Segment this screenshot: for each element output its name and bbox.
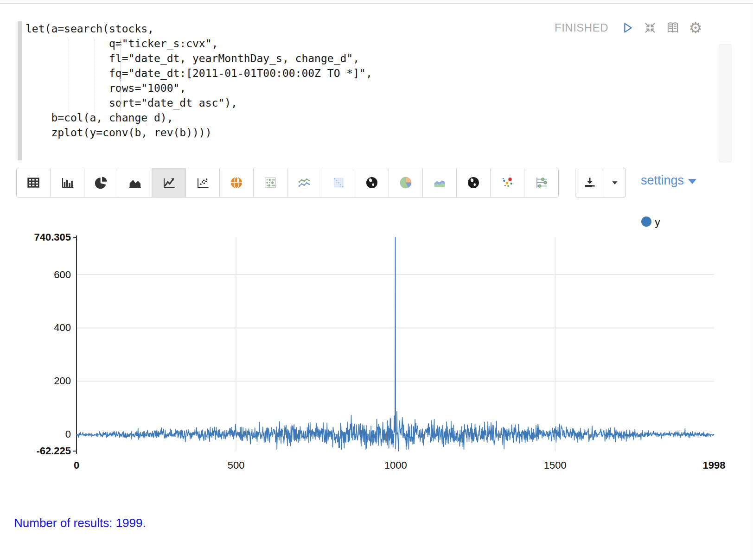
chart-type-area-pastel-button[interactable] [423, 168, 457, 197]
chart-type-line-chart-button[interactable] [152, 168, 186, 197]
chart-type-pie-chart-button[interactable] [84, 168, 118, 197]
scatter-chart-icon [195, 175, 210, 190]
pie-chart-icon [94, 175, 108, 190]
line-chart: -62.2250200400600740.3050500100015001998… [0, 209, 753, 487]
chart-canvas[interactable]: -62.2250200400600740.3050500100015001998… [0, 209, 753, 487]
chart-type-bar-chart-button[interactable] [51, 168, 84, 197]
area-pastel-icon [432, 175, 447, 190]
download-options-button[interactable] [604, 168, 625, 197]
caret-down-icon [610, 178, 620, 188]
status-badge: FINISHED [555, 21, 608, 34]
chart-type-scatter-chart-button[interactable] [186, 168, 220, 197]
chart-type-globe-black-button[interactable] [355, 168, 389, 197]
table-icon [26, 175, 41, 190]
collapse-editor-button[interactable] [643, 20, 657, 35]
editor-gutter-bar [18, 21, 22, 160]
play-icon [620, 21, 634, 35]
download-button[interactable] [575, 168, 604, 197]
chart-type-sliders-button[interactable] [524, 168, 558, 197]
chart-type-area-chart-button[interactable] [118, 168, 152, 197]
chart-type-pie-pastel-button[interactable] [389, 168, 423, 197]
globe-black-icon [466, 175, 481, 190]
svg-text:1998: 1998 [703, 459, 726, 471]
run-button[interactable] [620, 20, 635, 35]
code-editor[interactable]: let(a=search(stocks, q="ticker_s:cvx", f… [18, 19, 734, 163]
book-icon [665, 20, 680, 35]
collapse-icon [643, 21, 657, 35]
code-text[interactable]: let(a=search(stocks, q="ticker_s:cvx", f… [26, 21, 372, 140]
svg-text:200: 200 [54, 375, 71, 387]
pie-pastel-icon [398, 175, 413, 190]
svg-text:0: 0 [65, 428, 71, 440]
chart-type-multi-line-button[interactable] [287, 168, 321, 197]
show-editor-button[interactable] [665, 20, 680, 35]
line-chart-icon [161, 175, 176, 190]
chart-type-bar [16, 168, 559, 197]
sliders-icon [534, 175, 549, 190]
download-icon [583, 176, 597, 190]
indent-guide [120, 39, 121, 113]
globe-black-icon [364, 175, 379, 190]
paragraph-controls: FINISHED ⚙ [555, 20, 703, 35]
chart-type-globe-black-2-button[interactable] [457, 168, 491, 197]
editor-scrollbar[interactable] [719, 44, 732, 162]
download-button-group [575, 168, 626, 197]
chart-type-globe-orange-button[interactable] [220, 168, 254, 197]
svg-text:1000: 1000 [384, 459, 407, 471]
svg-text:600: 600 [54, 269, 71, 280]
indent-guide [69, 39, 69, 113]
globe-orange-icon [229, 175, 244, 190]
svg-text:400: 400 [54, 322, 71, 333]
dot-grid-icon [263, 175, 278, 190]
legend-label: y [655, 216, 660, 228]
chart-type-dot-grid-button[interactable] [254, 168, 287, 197]
bar-chart-icon [60, 175, 75, 190]
svg-text:740.305: 740.305 [34, 231, 71, 243]
visualization-toolbar: settings [16, 168, 737, 197]
page-top-border [0, 0, 753, 4]
gear-icon: ⚙ [689, 20, 702, 35]
zeppelin-paragraph: let(a=search(stocks, q="ticker_s:cvx", f… [0, 0, 753, 560]
settings-label: settings [641, 173, 684, 188]
chart-type-heatmap-button[interactable] [321, 168, 355, 197]
legend-marker [641, 216, 651, 227]
chart-type-table-button[interactable] [17, 168, 51, 197]
area-chart-icon [128, 175, 142, 190]
multi-line-icon [297, 175, 312, 190]
chart-type-scatter-color-button[interactable] [491, 168, 524, 197]
settings-caret-icon [688, 179, 696, 184]
svg-text:-62.225: -62.225 [36, 445, 71, 457]
indent-guide [95, 39, 95, 113]
heatmap-icon [331, 175, 345, 190]
results-count-text: Number of results: 1999. [14, 516, 146, 530]
svg-text:1500: 1500 [544, 459, 567, 471]
scatter-color-icon [500, 175, 515, 190]
svg-text:500: 500 [228, 459, 245, 471]
settings-link[interactable]: settings [641, 173, 696, 188]
paragraph-settings-button[interactable]: ⚙ [688, 20, 703, 35]
svg-text:0: 0 [74, 459, 79, 471]
